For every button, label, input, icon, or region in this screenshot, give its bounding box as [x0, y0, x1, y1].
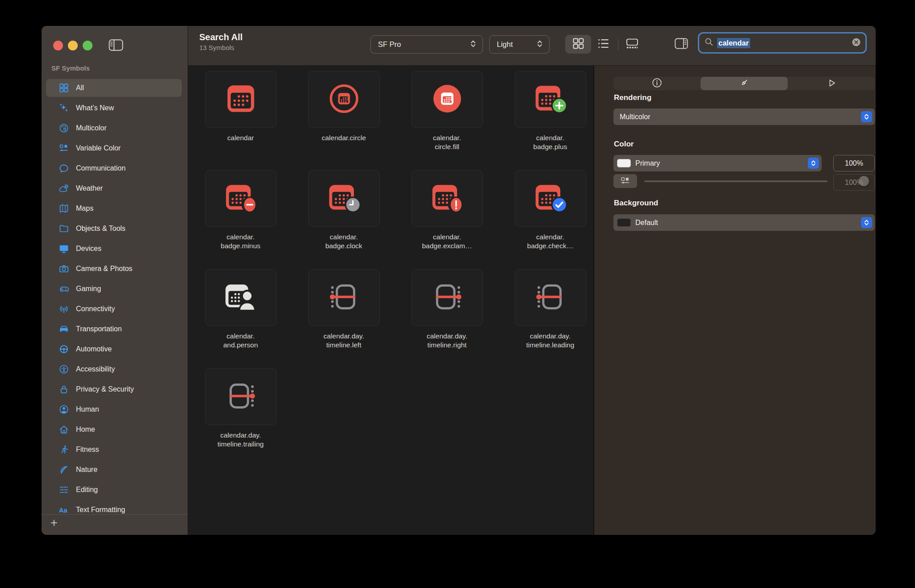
- sidebar-item[interactable]: Editing: [46, 481, 182, 499]
- symbol-cell[interactable]: calendar.circle: [292, 71, 395, 170]
- tab-info[interactable]: [613, 77, 701, 90]
- gallery-view-icon: [625, 38, 639, 51]
- list-view-button[interactable]: [593, 35, 613, 54]
- search-field[interactable]: calendar: [698, 32, 867, 54]
- symbol-tile[interactable]: [308, 170, 380, 227]
- sidebar-item[interactable]: Privacy & Security: [46, 380, 182, 398]
- gallery-view-button[interactable]: [622, 35, 642, 54]
- category-icon: Aa: [58, 505, 70, 516]
- symbol-tile[interactable]: [515, 71, 586, 128]
- tab-appearance[interactable]: [701, 77, 788, 90]
- category-icon: [58, 464, 70, 475]
- sidebar-item[interactable]: What’s New: [46, 99, 182, 117]
- category-icon: [58, 484, 70, 496]
- sidebar-item[interactable]: Objects & Tools: [46, 220, 182, 238]
- search-input-value[interactable]: calendar: [717, 38, 750, 48]
- rendering-dropdown[interactable]: Multicolor: [613, 108, 875, 125]
- color-opacity-field[interactable]: 100%: [833, 155, 875, 171]
- symbol-tile[interactable]: [205, 368, 277, 425]
- weight-popup[interactable]: Light: [489, 35, 550, 54]
- variable-color-slider[interactable]: [644, 174, 827, 188]
- font-popup[interactable]: SF Pro: [370, 35, 483, 54]
- zoom-window-button[interactable]: [83, 41, 92, 50]
- category-icon: [58, 163, 70, 174]
- sidebar-item-label: Communication: [76, 164, 126, 172]
- sidebar-item[interactable]: Connectivity: [46, 300, 182, 318]
- toolbar: Search All 13 Symbols SF Pro Light: [188, 26, 876, 66]
- symbol-cell[interactable]: calendar. and.person: [189, 269, 292, 368]
- sidebar-item-label: Fitness: [76, 446, 99, 454]
- symbol-cell[interactable]: calendar.day. timeline.trailing: [189, 368, 292, 467]
- sidebar-item[interactable]: Multicolor: [46, 119, 182, 137]
- add-collection-button[interactable]: +: [48, 517, 60, 530]
- sidebar-item[interactable]: Human: [46, 400, 182, 418]
- sidebar-item[interactable]: Fitness: [46, 441, 182, 459]
- minimize-window-button[interactable]: [68, 41, 78, 50]
- window-controls: [53, 41, 92, 50]
- symbol-tile[interactable]: [205, 269, 277, 326]
- sidebar-header: SF Symbols: [51, 64, 90, 72]
- sidebar-item[interactable]: Nature: [46, 461, 182, 479]
- symbol-name: calendar. badge.minus: [221, 233, 260, 250]
- variable-opacity-field[interactable]: 100%: [833, 174, 875, 191]
- grid-view-button[interactable]: [565, 35, 591, 54]
- symbol-name: calendar.day. timeline.trailing: [218, 431, 264, 448]
- symbol-tile[interactable]: [515, 269, 586, 326]
- symbol-grid: calendar calendar.circle calendar. circl…: [189, 66, 593, 467]
- background-dropdown[interactable]: Default: [613, 214, 875, 231]
- variable-color-button[interactable]: [613, 174, 637, 188]
- sidebar-item[interactable]: All: [46, 79, 182, 97]
- close-window-button[interactable]: [53, 41, 63, 50]
- inspector-toggle-button[interactable]: [671, 35, 692, 54]
- sidebar-item-label: Privacy & Security: [76, 385, 134, 393]
- sidebar-item[interactable]: Weather: [46, 179, 182, 197]
- sidebar-item[interactable]: Transportation: [46, 320, 182, 338]
- sidebar-item[interactable]: Maps: [46, 200, 182, 217]
- symbol-name: calendar. badge.plus: [533, 133, 567, 151]
- sidebar-item[interactable]: Variable Color: [46, 139, 182, 157]
- stepper-icon: [808, 158, 819, 169]
- sidebar-item[interactable]: Gaming: [46, 280, 182, 298]
- symbol-cell[interactable]: calendar.day. timeline.leading: [499, 269, 602, 368]
- symbol-cell[interactable]: calendar. badge.clock: [292, 170, 395, 269]
- symbol-name: calendar: [227, 133, 254, 142]
- symbol-tile[interactable]: [205, 170, 277, 227]
- symbol-tile[interactable]: [515, 170, 586, 227]
- color-dropdown[interactable]: Primary: [613, 155, 822, 171]
- sidebar-item[interactable]: Communication: [46, 159, 182, 177]
- sidebar-toggle-button[interactable]: [109, 39, 123, 52]
- symbol-tile[interactable]: [411, 170, 483, 227]
- symbol-cell[interactable]: calendar. circle.fill: [395, 71, 499, 170]
- sidebar-item[interactable]: Devices: [46, 240, 182, 258]
- symbol-cell[interactable]: calendar.day. timeline.right: [395, 269, 499, 368]
- symbol-name: calendar. circle.fill: [433, 133, 461, 151]
- sidebar-item[interactable]: Home: [46, 421, 182, 438]
- clear-search-button[interactable]: [852, 38, 861, 48]
- symbol-tile[interactable]: [308, 71, 380, 128]
- symbol-glyph: [325, 80, 363, 119]
- sidebar-item[interactable]: Automotive: [46, 340, 182, 358]
- sidebar-item[interactable]: Camera & Photos: [46, 260, 182, 278]
- sidebar-item[interactable]: Accessibility: [46, 360, 182, 378]
- symbol-cell[interactable]: calendar. badge.check…: [499, 170, 602, 269]
- category-icon: [58, 143, 70, 154]
- symbol-cell[interactable]: calendar. badge.minus: [189, 170, 292, 269]
- color-swatch-primary: [617, 159, 631, 167]
- symbol-cell[interactable]: calendar.day. timeline.left: [292, 269, 395, 368]
- symbol-name: calendar. and.person: [223, 332, 258, 349]
- sidebar-item-label: Devices: [76, 245, 101, 253]
- symbol-tile[interactable]: [411, 71, 483, 128]
- symbol-cell[interactable]: calendar: [189, 71, 292, 170]
- sidebar-item-label: Human: [76, 405, 99, 413]
- symbol-tile[interactable]: [308, 269, 380, 326]
- symbol-tile[interactable]: [205, 71, 277, 128]
- symbol-tile[interactable]: [411, 269, 483, 326]
- symbol-glyph: [532, 80, 569, 119]
- sidebar-item-label: Multicolor: [76, 124, 106, 132]
- sidebar-item-label: Gaming: [76, 285, 101, 293]
- symbol-cell[interactable]: calendar. badge.exclam…: [395, 170, 499, 269]
- symbol-name: calendar. badge.clock: [325, 233, 362, 250]
- page-title: Search All: [199, 32, 243, 42]
- symbol-cell[interactable]: calendar. badge.plus: [499, 71, 602, 170]
- tab-animate[interactable]: [788, 77, 875, 90]
